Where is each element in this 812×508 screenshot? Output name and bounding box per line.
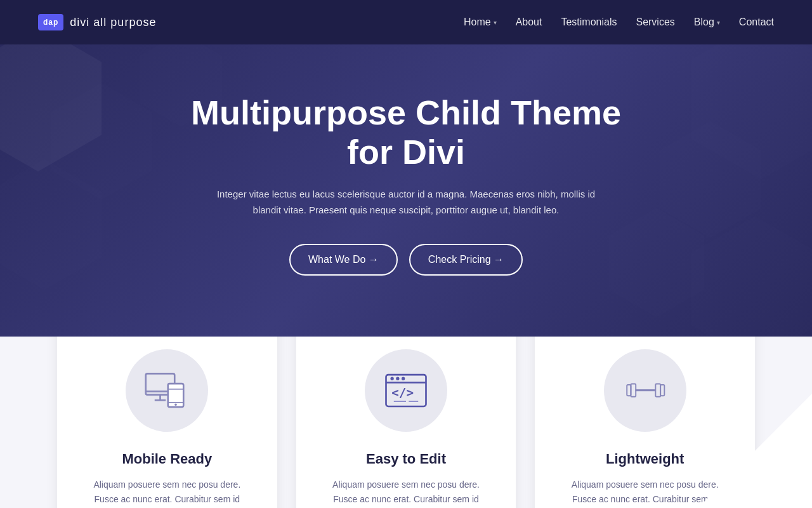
- features-section: Mobile Ready Aliquam posuere sem nec pos…: [0, 337, 812, 508]
- home-chevron-icon: ▾: [494, 19, 497, 26]
- edit-icon-circle: </>: [365, 349, 447, 432]
- dumbbell-icon: [623, 371, 667, 410]
- nav-item-contact[interactable]: Contact: [739, 17, 774, 28]
- nav-item-testimonials[interactable]: Testimonials: [561, 17, 617, 28]
- nav-link-services[interactable]: Services: [636, 17, 674, 28]
- feature-card-lightweight: Lightweight Aliquam posuere sem nec posu…: [535, 318, 755, 508]
- navbar: dap divi all purpose Home ▾ About Testim…: [0, 0, 812, 44]
- mobile-icon-circle: [126, 349, 208, 432]
- svg-point-7: [175, 404, 178, 406]
- what-we-do-button[interactable]: What We Do →: [289, 244, 398, 276]
- feature-card-mobile: Mobile Ready Aliquam posuere sem nec pos…: [57, 318, 277, 508]
- nav-item-services[interactable]: Services: [636, 17, 674, 28]
- nav-link-home[interactable]: Home ▾: [464, 17, 497, 28]
- feature-desc-edit: Aliquam posuere sem nec posu dere. Fusce…: [322, 478, 491, 508]
- feature-title-lightweight: Lightweight: [560, 451, 730, 467]
- hero-subtitle: Integer vitae lectus eu lacus scelerisqu…: [203, 187, 609, 218]
- svg-rect-4: [168, 384, 184, 407]
- svg-point-12: [402, 377, 405, 380]
- svg-text:</>: </>: [391, 385, 414, 400]
- feature-desc-mobile: Aliquam posuere sem nec posu dere. Fusce…: [82, 478, 252, 508]
- svg-rect-19: [655, 384, 660, 397]
- svg-rect-20: [660, 385, 664, 396]
- feature-title-edit: Easy to Edit: [322, 451, 491, 467]
- svg-rect-18: [631, 384, 636, 397]
- hero-title: Multipurpose Child Theme for Divi: [184, 93, 628, 171]
- monitor-icon: [145, 371, 189, 410]
- nav-link-blog[interactable]: Blog ▾: [694, 17, 720, 28]
- nav-link-about[interactable]: About: [516, 17, 542, 28]
- hero-section: Multipurpose Child Theme for Divi Intege…: [0, 44, 812, 337]
- nav-link-testimonials[interactable]: Testimonials: [561, 17, 617, 28]
- svg-point-10: [391, 377, 394, 380]
- feature-title-mobile: Mobile Ready: [82, 451, 252, 467]
- feature-desc-lightweight: Aliquam posuere sem nec posu dere. Fusce…: [560, 478, 730, 508]
- feature-card-edit: </> Easy to Edit Aliquam posuere sem nec…: [296, 318, 516, 508]
- svg-point-11: [396, 377, 399, 380]
- nav-links: Home ▾ About Testimonials Services Blog …: [464, 17, 774, 28]
- check-pricing-button[interactable]: Check Pricing →: [409, 244, 523, 276]
- nav-item-home[interactable]: Home ▾: [464, 17, 497, 28]
- hero-buttons: What We Do → Check Pricing →: [289, 244, 523, 276]
- lightweight-icon-circle: [604, 349, 686, 432]
- nav-link-contact[interactable]: Contact: [739, 17, 774, 28]
- nav-item-about[interactable]: About: [516, 17, 542, 28]
- logo-text: divi all purpose: [70, 16, 156, 29]
- nav-item-blog[interactable]: Blog ▾: [694, 17, 720, 28]
- code-icon: </>: [384, 371, 428, 410]
- logo[interactable]: dap divi all purpose: [38, 14, 156, 30]
- features-row: Mobile Ready Aliquam posuere sem nec pos…: [57, 318, 755, 508]
- blog-chevron-icon: ▾: [717, 19, 720, 26]
- logo-badge: dap: [38, 14, 63, 30]
